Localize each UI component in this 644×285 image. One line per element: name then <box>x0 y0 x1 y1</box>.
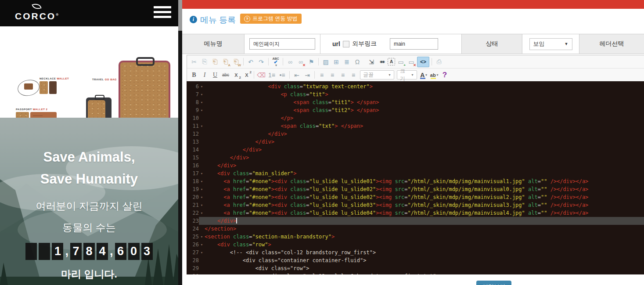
code-line[interactable]: 16 </div> <box>187 162 644 170</box>
strikethrough-icon[interactable]: abc <box>221 70 230 80</box>
url-input[interactable] <box>390 38 438 50</box>
fold-arrow-icon[interactable]: ▾ <box>199 209 205 217</box>
fold-arrow-icon[interactable]: ▾ <box>199 122 205 130</box>
add-block-icon[interactable]: ▭+ <box>396 57 406 67</box>
code-line[interactable]: 14 </div> <box>187 146 644 154</box>
counter-digit: 3 <box>141 243 153 260</box>
anchor-flag-icon[interactable]: ⚑ <box>306 57 316 67</box>
status-select[interactable]: 보임 ▼ <box>529 38 572 50</box>
code-line[interactable]: 11▾ <span class="txt"> </span> <box>187 122 644 130</box>
code-line[interactable]: 15 </div> <box>187 154 644 162</box>
preview-scrollbar-thumb[interactable] <box>178 0 182 31</box>
copy-icon[interactable]: ⎘ <box>200 57 209 67</box>
link-icon[interactable]: ∞ <box>285 57 295 67</box>
numbered-list-icon[interactable]: 1≡ <box>267 70 277 80</box>
fold-arrow-icon[interactable]: ▾ <box>199 185 205 193</box>
indent-icon[interactable]: ⇥ <box>302 70 312 80</box>
program-link-help-button[interactable]: ? 프로그램 연동 방법 <box>240 14 302 24</box>
remove-block-icon[interactable]: ▭✕ <box>407 57 416 67</box>
table-icon[interactable]: ⊞ <box>331 57 341 67</box>
code-line[interactable]: 17▾ <div class="main_slider"> <box>187 170 644 177</box>
code-line[interactable]: 23 </div> <box>187 217 644 225</box>
line-number: 28 <box>187 256 199 264</box>
menu-name-input[interactable] <box>249 38 315 50</box>
select-all-icon[interactable]: A <box>388 58 395 65</box>
fold-arrow-icon[interactable]: ▾ <box>199 201 205 209</box>
code-line[interactable]: 18▾ <a href="#none"><div class="lu_slide… <box>187 177 644 185</box>
code-line[interactable]: 13 </div> <box>187 138 644 146</box>
remove-format-icon[interactable]: ⌫ <box>256 70 266 80</box>
redo-icon[interactable]: ↷ <box>256 57 266 67</box>
code-line[interactable]: 24</section> <box>187 225 644 233</box>
code-line[interactable]: 19▾ <a href="#none"><div class="lu_slide… <box>187 185 644 193</box>
code-line[interactable]: 22▾ <a href="#none"><div class="lu_slide… <box>187 209 644 217</box>
special-char-icon[interactable]: Ω <box>353 57 362 67</box>
paste-from-word-icon[interactable]: ⎗W <box>231 57 241 67</box>
site-logo[interactable]: CORCO® <box>15 3 58 21</box>
paste-icon[interactable]: ⎗ <box>210 57 220 67</box>
undo-icon[interactable]: ↶ <box>246 57 255 67</box>
italic-icon[interactable]: I <box>200 70 209 80</box>
fold-arrow-icon[interactable]: ▾ <box>199 177 205 185</box>
code-line[interactable]: 6▾ <div class="txtwrap text-center"> <box>187 83 644 90</box>
code-line[interactable]: 25▾<section class="section-main-brandsto… <box>187 233 644 241</box>
code-line[interactable]: 28 <div class="container container-fluid… <box>187 256 644 264</box>
underline-icon[interactable]: U <box>210 70 220 80</box>
hero-counter-suffix: 마리 입니다. <box>0 267 178 281</box>
code-line[interactable]: 26▾ <div class="row"> <box>187 241 644 249</box>
toolbar-separator <box>283 58 283 65</box>
code-source-area[interactable]: 6▾ <div class="txtwrap text-center">7▾ <… <box>187 81 644 274</box>
print-icon[interactable]: ⎙ <box>434 57 444 67</box>
code-line[interactable]: 10 </p> <box>187 114 644 122</box>
code-line[interactable]: 29 <div class="row"> <box>187 264 644 272</box>
help-icon[interactable]: ? <box>440 70 450 80</box>
code-line[interactable]: 27▾ <!-- <div class="col-12 brandstory_r… <box>187 249 644 256</box>
preview-save-button[interactable]: 미리보기 <box>476 281 511 285</box>
cut-icon[interactable]: ✂ <box>189 57 199 67</box>
bullet-list-icon[interactable]: •≡ <box>277 70 287 80</box>
source-button[interactable]: <> <box>417 57 429 67</box>
code-line[interactable]: 21▾ <a href="#none"><div class="lu_slide… <box>187 201 644 209</box>
bold-icon[interactable]: B <box>189 70 199 80</box>
fold-arrow-icon[interactable]: ▾ <box>199 98 205 106</box>
paste-as-text-icon[interactable]: ⎗A <box>221 57 230 67</box>
code-line[interactable]: 30 <div class="col-12 col-lg-6 brandstor… <box>187 272 644 274</box>
fold-arrow-icon[interactable]: ▾ <box>199 241 205 249</box>
image-icon[interactable]: ▨ <box>321 57 331 67</box>
fold-arrow-icon[interactable]: ▾ <box>199 170 205 177</box>
find-replace-icon[interactable]: ◉◉ <box>377 57 387 67</box>
fold-arrow-icon[interactable]: ▾ <box>199 249 205 256</box>
horizontal-rule-icon[interactable]: ≣ <box>342 57 352 67</box>
code-line[interactable]: 8▾ <span class="tit1"> </span> <box>187 98 644 106</box>
text-color-icon[interactable]: A▾ <box>419 70 428 80</box>
counter-digit: 6 <box>115 243 126 260</box>
external-link-checkbox[interactable] <box>343 41 349 47</box>
spellcheck-icon[interactable]: ABC✔▾ <box>271 57 281 67</box>
fold-arrow-icon[interactable]: ▾ <box>199 90 205 98</box>
subscript-icon[interactable]: X2 <box>231 70 241 80</box>
preview-scrollbar[interactable] <box>178 0 182 285</box>
code-line[interactable]: 9▾ <span class="tit2"> </span> <box>187 106 644 114</box>
toolbar-separator <box>243 58 244 65</box>
align-center-icon[interactable]: ≡ <box>327 70 337 80</box>
fold-arrow-icon[interactable]: ▾ <box>199 83 205 90</box>
superscript-icon[interactable]: X2 <box>242 70 252 80</box>
fold-arrow-icon[interactable]: ▾ <box>199 233 205 241</box>
code-line[interactable]: 12 </div> <box>187 130 644 138</box>
unlink-icon[interactable]: ∞✕ <box>296 57 306 67</box>
font-family-dropdown[interactable]: 글꼴▼ <box>360 70 394 79</box>
code-line[interactable]: 20▾ <a href="#none"><div class="lu_slide… <box>187 193 644 201</box>
maximize-icon[interactable]: ⇲ <box>367 57 376 67</box>
outdent-icon[interactable]: ⇤ <box>292 70 302 80</box>
fold-arrow-icon[interactable]: ▾ <box>199 193 205 201</box>
align-right-icon[interactable]: ≡ <box>338 70 348 80</box>
bg-color-icon[interactable]: ab▾ <box>429 70 439 80</box>
code-line[interactable]: 7▾ <p class="tit"> <box>187 90 644 98</box>
fold-arrow-icon[interactable]: ▾ <box>199 106 205 114</box>
align-justify-icon[interactable]: ≡ <box>349 70 358 80</box>
hamburger-menu-icon[interactable] <box>154 6 171 21</box>
header-select-label: 헤더선택 <box>579 34 644 54</box>
align-left-icon[interactable]: ≡ <box>317 70 327 80</box>
product-slider: NECKLACE WALLET PASSPORT WALLET 2 TRAVEL… <box>0 26 178 118</box>
font-size-dropdown[interactable]: 크기▼ <box>397 70 417 79</box>
